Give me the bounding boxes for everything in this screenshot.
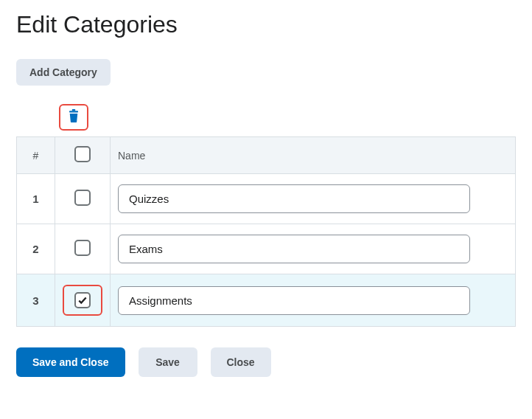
row-number: 1: [17, 174, 55, 224]
checkbox-highlight: [63, 285, 102, 316]
save-and-close-button[interactable]: Save and Close: [16, 347, 125, 377]
category-name-input[interactable]: [118, 184, 470, 213]
delete-highlight: [59, 104, 88, 131]
table-row: 1: [17, 174, 516, 224]
table-row: 3: [17, 274, 516, 327]
svg-rect-0: [69, 111, 78, 112]
col-header-number: #: [17, 137, 55, 174]
row-checkbox[interactable]: [74, 292, 91, 308]
delete-button[interactable]: [67, 108, 80, 126]
select-all-checkbox[interactable]: [74, 146, 91, 162]
save-button[interactable]: Save: [139, 347, 197, 377]
page-title: Edit Categories: [16, 11, 516, 38]
svg-rect-1: [72, 109, 76, 111]
add-category-button[interactable]: Add Category: [16, 59, 111, 86]
row-number: 2: [17, 224, 55, 274]
row-checkbox[interactable]: [74, 240, 91, 256]
categories-table: # Name 1: [16, 136, 516, 327]
col-header-select: [55, 137, 111, 174]
category-name-input[interactable]: [118, 286, 470, 315]
table-row: 2: [17, 224, 516, 274]
trash-icon: [67, 108, 80, 123]
footer-actions: Save and Close Save Close: [16, 347, 516, 377]
close-button[interactable]: Close: [211, 347, 271, 377]
category-name-input[interactable]: [118, 235, 470, 263]
col-header-name: Name: [111, 137, 516, 174]
row-checkbox[interactable]: [74, 190, 91, 206]
row-number: 3: [17, 274, 55, 327]
